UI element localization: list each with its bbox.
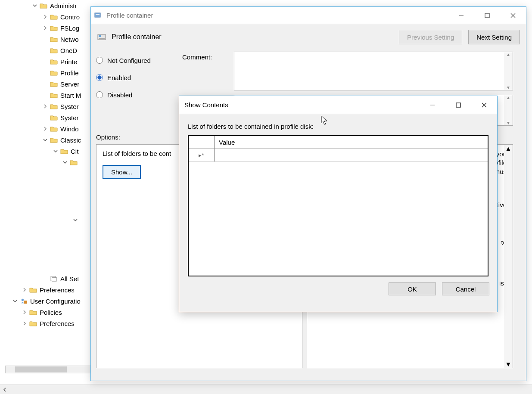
tree-item-label: Syster bbox=[60, 114, 79, 121]
chevron-placeholder bbox=[42, 276, 48, 282]
ok-button[interactable]: OK bbox=[389, 282, 436, 295]
value-grid[interactable]: Value ▸* bbox=[188, 135, 488, 276]
chevron-right-icon bbox=[42, 14, 48, 20]
chevron-right-icon bbox=[22, 287, 28, 293]
comment-textbox[interactable]: ▲▼ bbox=[234, 52, 513, 90]
titlebar[interactable]: Profile container bbox=[91, 7, 526, 24]
tree-item-user-config[interactable]: User Configuratio bbox=[0, 295, 90, 307]
tree-item-netwo[interactable]: Netwo bbox=[0, 34, 90, 45]
close-button[interactable] bbox=[471, 96, 497, 114]
maximize-button[interactable] bbox=[474, 7, 500, 24]
next-setting-button[interactable]: Next Setting bbox=[468, 30, 520, 44]
value-input[interactable] bbox=[218, 149, 488, 161]
vscrollbar[interactable]: ▲▼ bbox=[504, 145, 513, 368]
tree-item-contro[interactable]: Contro bbox=[0, 11, 90, 22]
tree-item-cit[interactable]: Cit bbox=[0, 146, 90, 157]
tree-item-preferences[interactable]: Preferences bbox=[0, 284, 90, 295]
grid-cell-value[interactable] bbox=[215, 149, 488, 161]
chevron-placeholder bbox=[42, 47, 48, 53]
tree-item-all-settings[interactable]: All Set bbox=[0, 273, 90, 284]
folder-icon bbox=[50, 126, 58, 132]
maximize-button[interactable] bbox=[445, 96, 471, 114]
folder-icon bbox=[70, 159, 78, 165]
tree-item-profile[interactable]: Profile bbox=[0, 67, 90, 78]
titlebar[interactable]: Show Contents bbox=[179, 96, 497, 114]
tree-item-syster1[interactable]: Syster bbox=[0, 101, 90, 112]
show-button[interactable]: Show... bbox=[103, 165, 141, 179]
grid-column-value[interactable]: Value bbox=[215, 136, 488, 149]
tree-item-label: Cit bbox=[71, 148, 78, 155]
tree-item-windo[interactable]: Windo bbox=[0, 123, 90, 134]
scrollbar-thumb[interactable] bbox=[15, 366, 67, 372]
setting-name: Profile container bbox=[112, 33, 393, 41]
show-contents-dialog: Show Contents List of folders to be cont… bbox=[179, 96, 498, 312]
window-title: Profile container bbox=[106, 12, 448, 19]
tree-item-label: Syster bbox=[60, 103, 79, 110]
folder-icon bbox=[50, 14, 58, 20]
tree-item-administr[interactable]: Administr bbox=[0, 0, 90, 11]
radio-not-configured[interactable]: Not Configured bbox=[96, 52, 174, 69]
folder-icon bbox=[50, 70, 58, 76]
chevron-down-icon bbox=[72, 217, 78, 223]
vscrollbar[interactable]: ▲▼ bbox=[504, 95, 513, 125]
tree-item-preferences2[interactable]: Preferences bbox=[0, 318, 90, 329]
folder-icon bbox=[50, 103, 58, 109]
folder-icon bbox=[40, 3, 47, 9]
chevron-right-icon bbox=[22, 320, 28, 326]
radio-label: Not Configured bbox=[107, 57, 151, 64]
grid-header: Value bbox=[189, 136, 488, 149]
svg-rect-5 bbox=[96, 14, 100, 15]
footer-chevron-left-icon[interactable] bbox=[0, 388, 9, 392]
radio-input-enabled[interactable] bbox=[96, 74, 103, 81]
radio-label: Enabled bbox=[107, 74, 131, 81]
tree-item-server[interactable]: Server bbox=[0, 78, 90, 90]
tree-item-label: Contro bbox=[60, 13, 80, 21]
policy-tree: Administr Contro FSLog Netwo OneD Printe… bbox=[0, 0, 90, 375]
tree-item-startm[interactable]: Start M bbox=[0, 90, 90, 101]
tree-item-label: FSLog bbox=[60, 25, 79, 32]
folder-icon bbox=[29, 320, 37, 326]
svg-rect-3 bbox=[24, 301, 27, 304]
chevron-right-icon bbox=[42, 126, 48, 132]
minimize-button[interactable] bbox=[448, 7, 474, 24]
vscrollbar[interactable]: ▲▼ bbox=[504, 52, 513, 90]
close-button[interactable] bbox=[500, 7, 526, 24]
radio-enabled[interactable]: Enabled bbox=[96, 69, 174, 86]
tree-item-label: All Set bbox=[60, 275, 79, 282]
comment-label: Comment: bbox=[182, 52, 234, 61]
tree-item-policies[interactable]: Policies bbox=[0, 307, 90, 318]
svg-rect-11 bbox=[99, 35, 101, 37]
tree-item-fslog[interactable]: FSLog bbox=[0, 22, 90, 34]
tree-item-printe[interactable]: Printe bbox=[0, 56, 90, 67]
grid-row-marker: ▸* bbox=[189, 149, 215, 161]
radio-input-not-configured[interactable] bbox=[96, 57, 103, 64]
tree-item-sub1[interactable] bbox=[0, 157, 90, 168]
folder-icon bbox=[50, 25, 58, 31]
cancel-button[interactable]: Cancel bbox=[442, 282, 489, 295]
grid-row[interactable]: ▸* bbox=[189, 149, 488, 162]
tree-item-sub2[interactable] bbox=[0, 214, 90, 226]
minimize-button[interactable] bbox=[420, 96, 445, 114]
tree-item-label: Profile bbox=[60, 69, 79, 77]
folder-icon bbox=[50, 47, 58, 53]
tree-hscrollbar[interactable] bbox=[5, 366, 91, 373]
tree-item-oned[interactable]: OneD bbox=[0, 45, 90, 56]
chevron-down-icon bbox=[62, 159, 68, 165]
tree-item-label: Preferences bbox=[40, 320, 75, 327]
list-label: List of folders to be contained in profi… bbox=[188, 123, 488, 130]
chevron-down-icon bbox=[12, 298, 18, 304]
tree-item-label: Printe bbox=[60, 58, 77, 65]
tree-item-classic[interactable]: Classic bbox=[0, 134, 90, 146]
tree-item-syster2[interactable]: Syster bbox=[0, 112, 90, 123]
svg-rect-7 bbox=[485, 13, 489, 18]
radio-input-disabled[interactable] bbox=[96, 91, 103, 98]
footer-bar bbox=[0, 385, 532, 394]
chevron-placeholder bbox=[42, 59, 48, 65]
tree-item-label: Policies bbox=[40, 309, 62, 316]
tree-item-label: Netwo bbox=[60, 36, 79, 43]
state-radio-group: Not Configured Enabled Disabled bbox=[96, 52, 174, 130]
chevron-right-icon bbox=[42, 103, 48, 109]
radio-disabled[interactable]: Disabled bbox=[96, 86, 174, 103]
folder-icon bbox=[29, 309, 37, 315]
folder-icon bbox=[50, 36, 58, 42]
